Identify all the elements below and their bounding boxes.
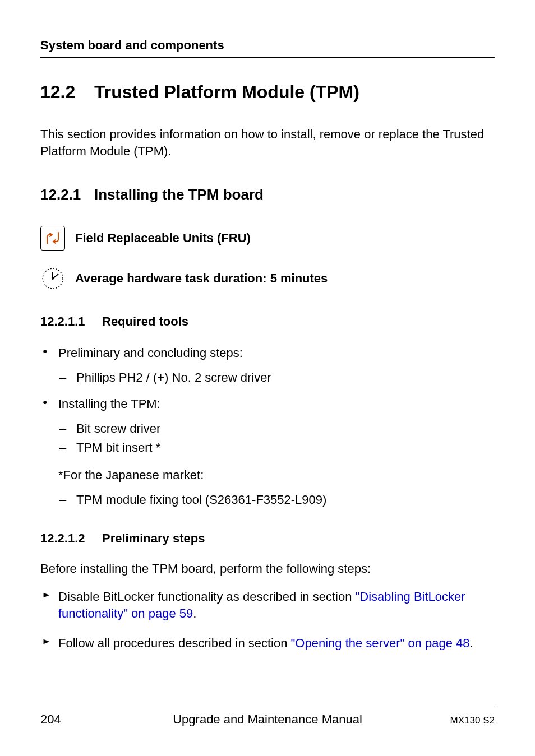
- footer-right: MX130 S2: [450, 715, 495, 726]
- step-item: Disable BitLocker functionality as descr…: [40, 588, 495, 623]
- section-title: Trusted Platform Module (TPM): [94, 82, 359, 103]
- svg-point-3: [52, 277, 54, 280]
- clock-icon: [40, 266, 65, 291]
- fru-label: Field Replaceable Units (FRU): [75, 231, 251, 245]
- dash-item: Bit screw driver: [58, 420, 495, 438]
- bullet-text: Preliminary and concluding steps:: [58, 346, 243, 360]
- heading-12-2-1-2: 12.2.1.2 Preliminary steps: [40, 531, 495, 546]
- step-post: .: [193, 606, 196, 620]
- step-item: Follow all procedures described in secti…: [40, 635, 495, 652]
- fru-icon: [40, 226, 65, 251]
- note-text: *For the Japanese market:: [58, 467, 495, 484]
- section-heading-12-2: 12.2 Trusted Platform Module (TPM): [40, 82, 495, 103]
- duration-row: Average hardware task duration: 5 minute…: [40, 266, 495, 291]
- subsection-title: Installing the TPM board: [94, 186, 264, 203]
- running-header: System board and components: [40, 38, 495, 58]
- dash-item: Phillips PH2 / (+) No. 2 screw driver: [58, 369, 495, 387]
- subsection-number: 12.2.1: [40, 186, 94, 203]
- heading-number: 12.2.1.2: [40, 531, 102, 546]
- dash-item: TPM bit insert *: [58, 439, 495, 457]
- xref-link[interactable]: "Opening the server" on page 48: [291, 636, 470, 650]
- footer-center: Upgrade and Maintenance Manual: [173, 712, 362, 727]
- preliminary-intro: Before installing the TPM board, perform…: [40, 562, 495, 576]
- heading-title: Required tools: [102, 314, 188, 329]
- page-footer: 204 Upgrade and Maintenance Manual MX130…: [40, 704, 495, 727]
- heading-number: 12.2.1.1: [40, 314, 102, 329]
- required-tools-list: Preliminary and concluding steps: Philli…: [40, 345, 495, 508]
- heading-title: Preliminary steps: [102, 531, 205, 546]
- step-pre: Disable BitLocker functionality as descr…: [58, 590, 356, 604]
- heading-12-2-1-1: 12.2.1.1 Required tools: [40, 314, 495, 329]
- step-pre: Follow all procedures described in secti…: [58, 636, 291, 650]
- section-intro: This section provides information on how…: [40, 126, 495, 159]
- step-post: .: [470, 636, 473, 650]
- list-item: Preliminary and concluding steps: Philli…: [40, 345, 495, 386]
- section-number: 12.2: [40, 82, 94, 103]
- dash-item: TPM module fixing tool (S26361-F3552-L90…: [58, 491, 495, 509]
- subsection-heading-12-2-1: 12.2.1 Installing the TPM board: [40, 186, 495, 203]
- bullet-text: Installing the TPM:: [58, 397, 160, 411]
- fru-row: Field Replaceable Units (FRU): [40, 226, 495, 251]
- step-list: Disable BitLocker functionality as descr…: [40, 588, 495, 652]
- duration-label: Average hardware task duration: 5 minute…: [75, 271, 328, 286]
- list-item: Installing the TPM: Bit screw driver TPM…: [40, 396, 495, 509]
- page-number: 204: [40, 712, 61, 727]
